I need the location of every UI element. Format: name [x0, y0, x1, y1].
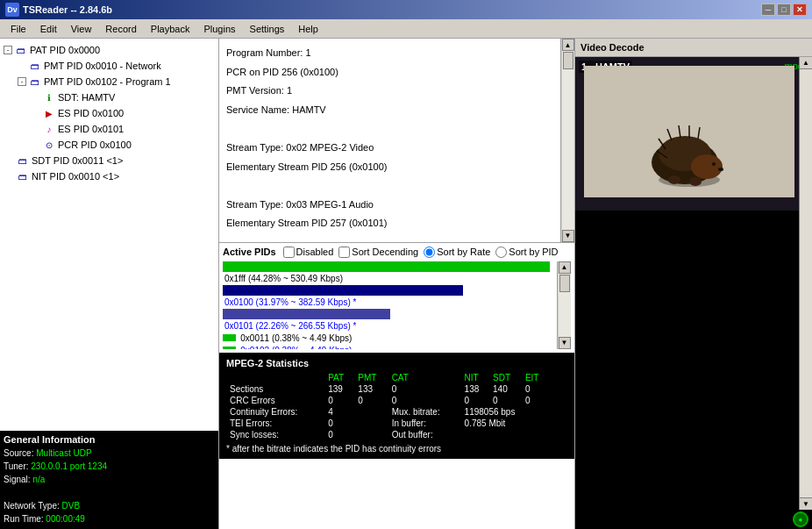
sections-label: Sections — [226, 383, 324, 395]
mpeg-stats-title: MPEG-2 Statistics — [226, 358, 567, 368]
pmt-prog1-icon: 🗃 — [28, 75, 42, 89]
stats-note: * after the bitrate indicates the PID ha… — [226, 444, 567, 454]
scroll-down-arrow[interactable]: ▼ — [562, 230, 574, 242]
col-pmt: PMT — [354, 372, 388, 383]
es-pid-video: Elementary Stream PID 256 (0x0100) — [226, 160, 553, 175]
app-icon: Dv — [5, 3, 19, 17]
out-buffer-val — [461, 429, 549, 440]
sort-desc-checkbox[interactable] — [338, 247, 350, 258]
pid-scrollbar[interactable]: ▲ ▼ — [557, 261, 571, 349]
tree-view[interactable]: - 🗃 PAT PID 0x0000 🗃 PMT PID 0x0010 - Ne… — [0, 39, 218, 431]
tree-item-es-audio[interactable]: ♪ ES PID 0x0101 — [4, 121, 215, 137]
sort-pid-label: Sort by PID — [509, 247, 558, 257]
minimize-button[interactable]: ─ — [761, 4, 775, 16]
menu-view[interactable]: View — [64, 19, 99, 38]
sort-pid-radio[interactable] — [495, 247, 507, 258]
program-info-scrollbar[interactable]: ▲ ▼ — [560, 39, 574, 242]
pid-list: 0x1fff (44.28% ~ 530.49 Kbps) 0x0100 (31… — [223, 261, 557, 349]
crc-cat: 0 — [388, 395, 461, 406]
sort-rate-label: Sort by Rate — [437, 247, 490, 257]
tree-item-nit-pid[interactable]: 🗃 NIT PID 0x0010 <1> — [4, 168, 215, 184]
sort-desc-checkbox-label[interactable]: Sort Decending — [338, 247, 418, 258]
menu-plugins[interactable]: Plugins — [196, 19, 242, 38]
tree-item-pat[interactable]: - 🗃 PAT PID 0x0000 — [4, 42, 215, 58]
pcr-pid: PCR on PID 256 (0x0100) — [226, 65, 553, 81]
maximize-button[interactable]: □ — [777, 4, 791, 16]
in-buffer-val: 0.785 Mbit — [461, 418, 549, 429]
mux-bitrate-label: Mux. bitrate: — [388, 406, 461, 418]
pat-icon: 🗃 — [14, 43, 28, 57]
es-audio-label: ES PID 0x0101 — [58, 124, 124, 134]
col-cat: CAT — [388, 372, 461, 383]
disabled-checkbox[interactable] — [283, 247, 295, 258]
mpeg-stats: MPEG-2 Statistics PAT PMT CAT NIT SDT EI… — [219, 353, 574, 459]
svg-point-6 — [718, 168, 723, 171]
general-info-title: General Information — [4, 434, 215, 445]
video-scroll-down[interactable]: ▼ — [800, 497, 812, 510]
tree-item-pmt-network[interactable]: 🗃 PMT PID 0x0010 - Network — [4, 58, 215, 74]
pid-bar-0101: 0x0101 (22.26% ~ 266.55 Kbps) * — [223, 309, 557, 331]
menu-record[interactable]: Record — [98, 19, 143, 38]
nit-pid-label: NIT PID 0x0010 <1> — [32, 171, 119, 182]
video-scroll-track — [800, 69, 812, 497]
pid-scroll-up[interactable]: ▲ — [559, 261, 571, 274]
tuner-row: Tuner: 230.0.0.1 port 1234 — [4, 460, 215, 473]
svg-point-13 — [668, 175, 680, 184]
tree-item-sdt[interactable]: ℹ SDT: HAMTV — [4, 89, 215, 105]
sort-rate-radio-label[interactable]: Sort by Rate — [424, 247, 490, 258]
crc-pmt: 0 — [354, 395, 388, 406]
menu-help[interactable]: Help — [291, 19, 325, 38]
tree-item-pmt-prog1[interactable]: - 🗃 PMT PID 0x0102 - Program 1 — [4, 74, 215, 89]
pid-bar-0100: 0x0100 (31.97% ~ 382.59 Kbps) * — [223, 285, 557, 307]
sdt-label: SDT: HAMTV — [58, 92, 115, 103]
pid-scroll-down[interactable]: ▼ — [559, 337, 571, 349]
tree-item-pcr[interactable]: ⊙ PCR PID 0x0100 — [4, 137, 215, 153]
scroll-up-arrow[interactable]: ▲ — [562, 39, 574, 51]
sync-losses-val: 0 — [324, 429, 354, 440]
runtime-row: Run Time: 000:00:49 — [4, 512, 215, 525]
continuity-label: Continuity Errors: — [226, 406, 324, 418]
in-buffer-label: In buffer: — [388, 418, 461, 429]
pat-label: PAT PID 0x0000 — [30, 45, 100, 55]
sdt-pid-label: SDT PID 0x0011 <1> — [32, 155, 123, 166]
sort-rate-radio[interactable] — [424, 247, 435, 258]
expand-pat[interactable]: - — [4, 46, 12, 54]
service-name: Service Name: HAMTV — [226, 103, 553, 118]
video-area: 1 - HAMTV mpg2 — [575, 57, 812, 510]
sections-cat: 0 — [388, 383, 461, 395]
out-buffer-label: Out buffer: — [388, 429, 461, 440]
active-pids-section: Active PIDs Disabled Sort Decending Sort… — [219, 242, 574, 353]
crc-sdt: 0 — [489, 395, 522, 406]
video-scroll-up[interactable]: ▲ — [800, 57, 812, 69]
sections-eit: 0 — [522, 383, 549, 395]
active-pids-title: Active PIDs — [223, 247, 276, 257]
menu-settings[interactable]: Settings — [243, 19, 292, 38]
pmt-ver: PMT Version: 1 — [226, 83, 553, 99]
disabled-checkbox-label[interactable]: Disabled — [283, 247, 334, 258]
tree-item-sdt-pid[interactable]: 🗃 SDT PID 0x0011 <1> — [4, 153, 215, 168]
right-panel: Video Decode 1 - HAMTV mpg2 — [575, 39, 812, 529]
tree-item-es-video[interactable]: ▶ ES PID 0x0100 — [4, 105, 215, 121]
menu-playback[interactable]: Playback — [144, 19, 197, 38]
status-icon[interactable]: ● — [793, 511, 808, 527]
crc-label: CRC Errors — [226, 395, 324, 406]
svg-point-5 — [712, 162, 716, 166]
expand-pmt-prog1[interactable]: - — [18, 77, 26, 86]
menu-edit[interactable]: Edit — [33, 19, 64, 38]
sync-losses-label: Sync losses: — [226, 429, 324, 440]
video-thumbnail — [584, 66, 794, 197]
tei-val: 0 — [324, 418, 354, 429]
close-button[interactable]: ✕ — [793, 4, 807, 16]
sort-pid-radio-label[interactable]: Sort by PID — [495, 247, 558, 258]
es-pid-audio: Elementary Stream PID 257 (0x0101) — [226, 216, 553, 232]
menu-file[interactable]: File — [4, 19, 33, 38]
col-nit: NIT — [461, 372, 489, 383]
blank-row — [4, 486, 215, 499]
sections-pmt: 133 — [354, 383, 388, 395]
es-video-icon: ▶ — [42, 106, 56, 120]
general-info-panel: General Information Source: Multicast UD… — [0, 431, 218, 529]
menu-bar: File Edit View Record Playback Plugins S… — [0, 19, 812, 39]
video-panel-scrollbar[interactable]: ▲ ▼ — [799, 57, 812, 510]
video-decode-title: Video Decode — [575, 39, 812, 57]
col-sdt: SDT — [489, 372, 522, 383]
